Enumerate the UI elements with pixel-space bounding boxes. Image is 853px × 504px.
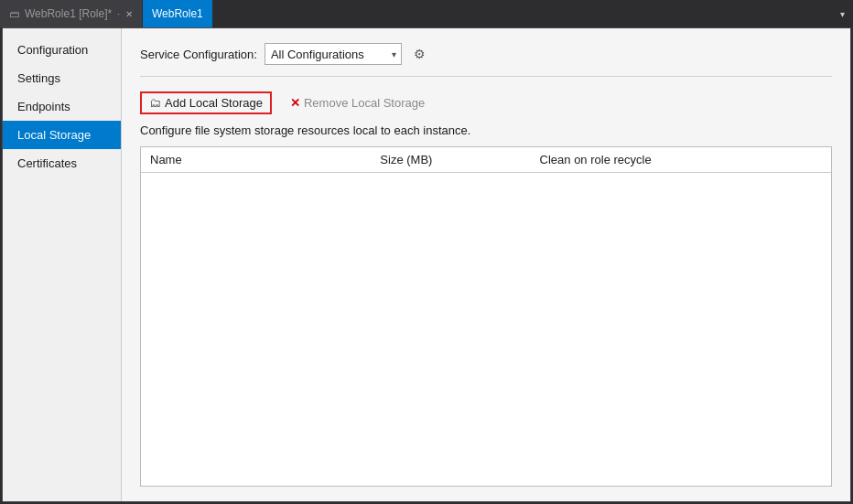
table-header-name: Name — [141, 147, 371, 172]
remove-icon: ✕ — [290, 96, 300, 110]
table-header-clean: Clean on role recycle — [531, 147, 831, 172]
description-text: Configure file system storage resources … — [140, 123, 832, 137]
tab-webrole1[interactable]: WebRole1 — [143, 0, 213, 27]
main-window: 🗃 WebRole1 [Role]* · ✕ WebRole1 ▾ Config… — [0, 0, 853, 504]
sidebar-item-certificates[interactable]: Certificates — [3, 149, 121, 177]
add-storage-icon: 🗂 — [149, 96, 161, 110]
storage-table: Name Size (MB) Clean on role recycle — [140, 146, 832, 487]
main-area: Configuration Settings Endpoints Local S… — [2, 27, 851, 502]
config-gear-icon: ⚙ — [414, 47, 426, 61]
tab-icon: 🗃 — [9, 8, 19, 19]
right-panel: Service Configuration: All Configuration… — [122, 28, 850, 501]
config-settings-button[interactable]: ⚙ — [409, 43, 431, 65]
tab-modified-dot: · — [117, 9, 120, 19]
sidebar-item-local-storage[interactable]: Local Storage — [3, 121, 121, 149]
toolbar: 🗂 Add Local Storage ✕ Remove Local Stora… — [140, 91, 832, 114]
sidebar-item-endpoints[interactable]: Endpoints — [3, 92, 121, 121]
sidebar-item-configuration[interactable]: Configuration — [3, 36, 121, 64]
service-config-row: Service Configuration: All Configuration… — [140, 43, 832, 77]
service-config-select-wrapper: All Configurations Cloud Local — [265, 43, 402, 65]
remove-local-storage-button[interactable]: ✕ Remove Local Storage — [283, 93, 432, 113]
service-config-select[interactable]: All Configurations Cloud Local — [265, 43, 402, 65]
tab-close-icon[interactable]: ✕ — [125, 9, 133, 19]
tab-webrole1-role[interactable]: 🗃 WebRole1 [Role]* · ✕ — [0, 0, 143, 27]
add-local-storage-button[interactable]: 🗂 Add Local Storage — [140, 91, 272, 114]
service-config-label: Service Configuration: — [140, 48, 257, 61]
tab-overflow-arrow[interactable]: ▾ — [831, 0, 853, 27]
table-body — [141, 173, 831, 429]
add-local-storage-label: Add Local Storage — [165, 96, 263, 110]
content-wrapper: Configuration Settings Endpoints Local S… — [3, 28, 850, 501]
tab-label-active: WebRole1 — [152, 7, 203, 20]
tab-bar: 🗃 WebRole1 [Role]* · ✕ WebRole1 ▾ — [0, 0, 853, 27]
table-header: Name Size (MB) Clean on role recycle — [141, 147, 831, 173]
sidebar: Configuration Settings Endpoints Local S… — [3, 28, 122, 501]
remove-local-storage-label: Remove Local Storage — [304, 96, 425, 110]
sidebar-item-settings[interactable]: Settings — [3, 64, 121, 92]
tab-label: WebRole1 [Role]* — [25, 7, 112, 20]
tab-bar-filler — [213, 0, 831, 27]
table-header-size: Size (MB) — [371, 147, 530, 172]
